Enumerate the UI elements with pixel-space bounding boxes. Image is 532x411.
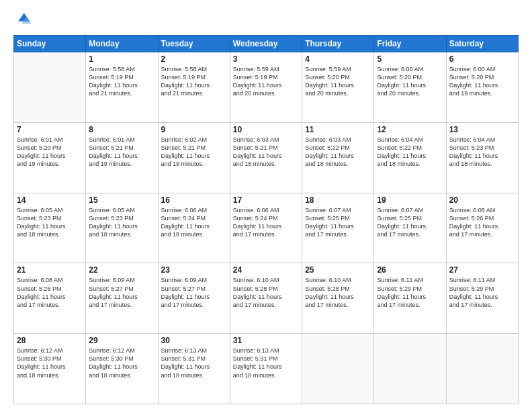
day-number: 24 <box>233 265 299 275</box>
calendar-cell <box>446 334 518 404</box>
calendar-cell: 12Sunrise: 6:04 AM Sunset: 5:22 PM Dayli… <box>374 122 446 193</box>
calendar-week-row: 28Sunrise: 6:12 AM Sunset: 5:30 PM Dayli… <box>14 334 519 404</box>
day-number: 9 <box>161 125 227 134</box>
calendar-cell: 14Sunrise: 6:05 AM Sunset: 5:23 PM Dayli… <box>14 193 86 263</box>
calendar-cell: 23Sunrise: 6:09 AM Sunset: 5:27 PM Dayli… <box>158 263 230 334</box>
calendar-cell: 17Sunrise: 6:06 AM Sunset: 5:24 PM Dayli… <box>230 193 302 263</box>
calendar-cell: 21Sunrise: 6:08 AM Sunset: 5:26 PM Dayli… <box>14 263 86 334</box>
day-number: 1 <box>89 54 154 64</box>
day-number: 19 <box>377 195 443 205</box>
calendar-cell: 19Sunrise: 6:07 AM Sunset: 5:25 PM Dayli… <box>374 193 446 263</box>
day-detail: Sunrise: 6:12 AM Sunset: 5:30 PM Dayligh… <box>17 347 83 379</box>
day-detail: Sunrise: 6:13 AM Sunset: 5:31 PM Dayligh… <box>233 347 299 379</box>
day-number: 17 <box>233 195 299 205</box>
day-detail: Sunrise: 6:09 AM Sunset: 5:27 PM Dayligh… <box>161 276 227 309</box>
day-detail: Sunrise: 6:11 AM Sunset: 5:29 PM Dayligh… <box>377 276 443 309</box>
weekday-header: Wednesday <box>230 36 302 52</box>
day-detail: Sunrise: 6:11 AM Sunset: 5:29 PM Dayligh… <box>449 276 515 309</box>
calendar-cell: 7Sunrise: 6:01 AM Sunset: 5:20 PM Daylig… <box>14 122 86 193</box>
day-number: 6 <box>449 54 515 64</box>
day-number: 21 <box>17 265 83 275</box>
day-number: 13 <box>449 125 515 134</box>
weekday-header: Saturday <box>446 36 518 52</box>
calendar-cell: 2Sunrise: 5:58 AM Sunset: 5:19 PM Daylig… <box>158 52 230 123</box>
day-detail: Sunrise: 6:03 AM Sunset: 5:21 PM Dayligh… <box>233 136 299 169</box>
day-number: 4 <box>305 54 371 64</box>
day-detail: Sunrise: 6:13 AM Sunset: 5:31 PM Dayligh… <box>161 347 227 379</box>
day-detail: Sunrise: 6:10 AM Sunset: 5:28 PM Dayligh… <box>305 276 371 309</box>
page: SundayMondayTuesdayWednesdayThursdayFrid… <box>0 0 532 411</box>
calendar-cell: 30Sunrise: 6:13 AM Sunset: 5:31 PM Dayli… <box>158 334 230 404</box>
day-detail: Sunrise: 6:01 AM Sunset: 5:21 PM Dayligh… <box>89 136 154 169</box>
day-number: 26 <box>377 265 443 275</box>
calendar-cell: 26Sunrise: 6:11 AM Sunset: 5:29 PM Dayli… <box>374 263 446 334</box>
calendar-cell: 16Sunrise: 6:06 AM Sunset: 5:24 PM Dayli… <box>158 193 230 263</box>
day-detail: Sunrise: 6:08 AM Sunset: 5:26 PM Dayligh… <box>17 276 83 309</box>
day-detail: Sunrise: 6:04 AM Sunset: 5:22 PM Dayligh… <box>377 136 443 169</box>
calendar-cell: 13Sunrise: 6:04 AM Sunset: 5:23 PM Dayli… <box>446 122 518 193</box>
day-detail: Sunrise: 5:58 AM Sunset: 5:19 PM Dayligh… <box>89 65 154 98</box>
day-number: 16 <box>161 195 227 205</box>
calendar-cell: 15Sunrise: 6:05 AM Sunset: 5:23 PM Dayli… <box>86 193 158 263</box>
calendar-cell: 24Sunrise: 6:10 AM Sunset: 5:28 PM Dayli… <box>230 263 302 334</box>
calendar-cell: 31Sunrise: 6:13 AM Sunset: 5:31 PM Dayli… <box>230 334 302 404</box>
day-number: 15 <box>89 195 154 205</box>
day-detail: Sunrise: 6:07 AM Sunset: 5:25 PM Dayligh… <box>305 206 371 239</box>
day-detail: Sunrise: 6:04 AM Sunset: 5:23 PM Dayligh… <box>449 136 515 169</box>
day-detail: Sunrise: 6:07 AM Sunset: 5:25 PM Dayligh… <box>377 206 443 239</box>
weekday-header: Thursday <box>302 36 374 52</box>
day-number: 22 <box>89 265 154 275</box>
weekday-header: Monday <box>86 36 158 52</box>
calendar-week-row: 7Sunrise: 6:01 AM Sunset: 5:20 PM Daylig… <box>14 122 519 193</box>
day-number: 3 <box>233 54 299 64</box>
day-number: 23 <box>161 265 227 275</box>
day-detail: Sunrise: 6:06 AM Sunset: 5:24 PM Dayligh… <box>233 206 299 239</box>
day-number: 30 <box>161 336 227 345</box>
calendar-cell: 10Sunrise: 6:03 AM Sunset: 5:21 PM Dayli… <box>230 122 302 193</box>
calendar-cell: 28Sunrise: 6:12 AM Sunset: 5:30 PM Dayli… <box>14 334 86 404</box>
day-detail: Sunrise: 6:03 AM Sunset: 5:22 PM Dayligh… <box>305 136 371 169</box>
day-detail: Sunrise: 5:59 AM Sunset: 5:20 PM Dayligh… <box>305 65 371 98</box>
logo <box>13 11 35 30</box>
day-number: 28 <box>17 336 83 345</box>
day-detail: Sunrise: 6:10 AM Sunset: 5:28 PM Dayligh… <box>233 276 299 309</box>
calendar-cell: 3Sunrise: 5:59 AM Sunset: 5:19 PM Daylig… <box>230 52 302 123</box>
day-detail: Sunrise: 6:08 AM Sunset: 5:26 PM Dayligh… <box>449 206 515 239</box>
day-detail: Sunrise: 6:01 AM Sunset: 5:20 PM Dayligh… <box>17 136 83 169</box>
calendar-cell: 18Sunrise: 6:07 AM Sunset: 5:25 PM Dayli… <box>302 193 374 263</box>
day-detail: Sunrise: 6:05 AM Sunset: 5:23 PM Dayligh… <box>17 206 83 239</box>
day-detail: Sunrise: 5:58 AM Sunset: 5:19 PM Dayligh… <box>161 65 227 98</box>
day-number: 12 <box>377 125 443 134</box>
calendar-cell: 11Sunrise: 6:03 AM Sunset: 5:22 PM Dayli… <box>302 122 374 193</box>
logo-icon <box>13 11 32 30</box>
calendar-cell: 9Sunrise: 6:02 AM Sunset: 5:21 PM Daylig… <box>158 122 230 193</box>
header <box>13 11 519 30</box>
day-detail: Sunrise: 6:12 AM Sunset: 5:30 PM Dayligh… <box>89 347 154 379</box>
calendar-week-row: 1Sunrise: 5:58 AM Sunset: 5:19 PM Daylig… <box>14 52 519 123</box>
day-number: 10 <box>233 125 299 134</box>
weekday-header: Sunday <box>14 36 86 52</box>
calendar-cell: 20Sunrise: 6:08 AM Sunset: 5:26 PM Dayli… <box>446 193 518 263</box>
day-number: 25 <box>305 265 371 275</box>
calendar-week-row: 21Sunrise: 6:08 AM Sunset: 5:26 PM Dayli… <box>14 263 519 334</box>
day-detail: Sunrise: 6:06 AM Sunset: 5:24 PM Dayligh… <box>161 206 227 239</box>
weekday-header: Tuesday <box>158 36 230 52</box>
day-number: 29 <box>89 336 154 345</box>
calendar-cell: 22Sunrise: 6:09 AM Sunset: 5:27 PM Dayli… <box>86 263 158 334</box>
calendar-cell <box>302 334 374 404</box>
day-number: 14 <box>17 195 83 205</box>
calendar-header-row: SundayMondayTuesdayWednesdayThursdayFrid… <box>14 36 519 52</box>
day-detail: Sunrise: 6:00 AM Sunset: 5:20 PM Dayligh… <box>449 65 515 98</box>
weekday-header: Friday <box>374 36 446 52</box>
calendar-cell: 25Sunrise: 6:10 AM Sunset: 5:28 PM Dayli… <box>302 263 374 334</box>
calendar-cell: 1Sunrise: 5:58 AM Sunset: 5:19 PM Daylig… <box>86 52 158 123</box>
day-number: 2 <box>161 54 227 64</box>
calendar-cell: 29Sunrise: 6:12 AM Sunset: 5:30 PM Dayli… <box>86 334 158 404</box>
day-detail: Sunrise: 6:00 AM Sunset: 5:20 PM Dayligh… <box>377 65 443 98</box>
calendar-cell: 6Sunrise: 6:00 AM Sunset: 5:20 PM Daylig… <box>446 52 518 123</box>
calendar-cell <box>374 334 446 404</box>
calendar-cell: 27Sunrise: 6:11 AM Sunset: 5:29 PM Dayli… <box>446 263 518 334</box>
day-detail: Sunrise: 5:59 AM Sunset: 5:19 PM Dayligh… <box>233 65 299 98</box>
day-number: 8 <box>89 125 154 134</box>
calendar-cell: 4Sunrise: 5:59 AM Sunset: 5:20 PM Daylig… <box>302 52 374 123</box>
